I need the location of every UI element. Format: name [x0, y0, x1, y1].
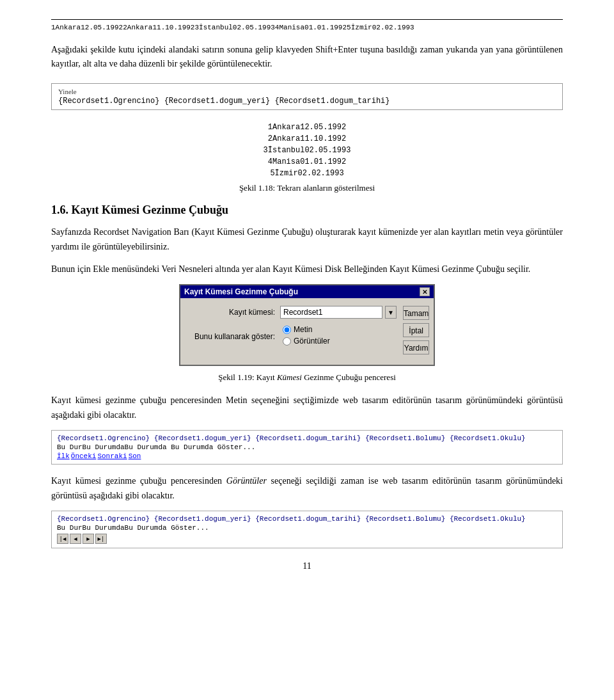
yardim-button[interactable]: Yardım: [403, 340, 429, 354]
nav-img-prev[interactable]: ◀: [70, 534, 81, 544]
editor-preview-1-nav-text: Bu DurBu DurumdaBu Durumda Bu Durumda Gö…: [57, 443, 557, 451]
section-number: 1.6.: [51, 203, 68, 216]
section-title: Kayıt Kümesi Gezinme Çubuğu: [72, 203, 229, 216]
nav-ilk-link[interactable]: İlk: [57, 452, 70, 460]
kayit-kumesi-label: Kayıt kümesi:: [191, 308, 280, 317]
nav-img-next[interactable]: ▶: [83, 534, 94, 544]
kayit-kumesi-input[interactable]: [280, 306, 382, 319]
yinele-box: Yinele {Recordset1.Ogrencino} {Recordset…: [51, 83, 563, 110]
section-16-heading: 1.6. Kayıt Kümesi Gezinme Çubuğu: [51, 203, 563, 217]
para-4-part1: Kayıt kümesi gezinme çubuğu penceresinde…: [51, 476, 222, 486]
para-3: Kayıt kümesi gezinme çubuğu penceresinde…: [51, 393, 563, 422]
record-line-5: 5İzmir02.02.1993: [51, 168, 563, 179]
bunu-kullanarak-label: Bunu kullanarak göster:: [191, 332, 280, 341]
kayit-kumesi-dropdown[interactable]: ▼: [385, 306, 397, 319]
figure-118-caption: Şekil 1.18: Tekrarı alanların gösterilme…: [51, 183, 563, 193]
para-1: Sayfanızda Recordset Navigation Barı (Ka…: [51, 225, 563, 254]
tamam-button[interactable]: Tamam: [403, 306, 429, 320]
yinele-content: {Recordset1.Ogrencino} {Recordset1.dogum…: [58, 97, 556, 106]
para-4: Kayıt kümesi gezinme çubuğu penceresinde…: [51, 473, 563, 503]
kayit-kumesi-row: Kayıt kümesi: ▼: [191, 306, 397, 319]
editor-preview-2: {Recordset1.Ogrencino} {Recordset1.dogum…: [51, 511, 563, 548]
para-4-italic: Görüntüler: [226, 476, 267, 486]
editor-preview-1-nav-buttons: İlk Önceki Sonraki Son: [57, 452, 557, 460]
metin-label: Metin: [294, 325, 312, 334]
dialog-titlebar: Kayıt Kümesi Gezinme Çubuğu ✕: [180, 285, 434, 298]
bunu-kullanarak-row: Bunu kullanarak göster: Metin Görüntüler: [191, 325, 397, 348]
radio-group: Metin Görüntüler: [283, 325, 330, 348]
dialog-buttons: Tamam İptal Yardım: [403, 306, 429, 354]
editor-preview-2-nav-text: Bu DurBu DurumdaBu Durumda Göster...: [57, 524, 557, 532]
editor-preview-1: {Recordset1.Ogrencino} {Recordset1.dogum…: [51, 430, 563, 465]
record-line-1: 1Ankara12.05.1992: [51, 122, 563, 133]
goruntular-radio[interactable]: [283, 337, 291, 346]
metin-radio-row: Metin: [283, 325, 330, 334]
iptal-button[interactable]: İptal: [403, 323, 429, 337]
intro-paragraph: Aşağıdaki şekilde kutu içindeki alandaki…: [51, 43, 563, 72]
editor-preview-2-fields: {Recordset1.Ogrencino} {Recordset1.dogum…: [57, 515, 557, 523]
dialog-body: Kayıt kümesi: ▼ Bunu kullanarak göster: …: [180, 298, 434, 365]
editor-preview-2-nav-images: |◀ ◀ ▶ ▶|: [57, 534, 557, 544]
figure-119-caption: Şekil 1.19: Kayıt Kümesi Gezinme Çubuğu …: [51, 372, 563, 383]
yinele-label: Yinele: [58, 88, 556, 95]
nav-sonraki-link[interactable]: Sonraki: [97, 452, 127, 460]
record-line-3: 3İstanbul02.05.1993: [51, 145, 563, 156]
dialog-wrapper: Kayıt Kümesi Gezinme Çubuğu ✕ Kayıt küme…: [51, 284, 563, 366]
goruntular-radio-row: Görüntüler: [283, 337, 330, 346]
page-number: 11: [51, 561, 563, 571]
nav-img-last[interactable]: ▶|: [95, 534, 107, 544]
metin-radio[interactable]: [283, 326, 291, 334]
editor-preview-1-fields: {Recordset1.Ogrencino} {Recordset1.dogum…: [57, 434, 557, 442]
record-line-4: 4Manisa01.01.1992: [51, 156, 563, 168]
record-line-2: 2Ankara11.10.1992: [51, 133, 563, 145]
top-line: 1Ankara12.05.19922Ankara11.10.19923İstan…: [51, 19, 563, 31]
records-block: 1Ankara12.05.1992 2Ankara11.10.1992 3İst…: [51, 122, 563, 179]
dialog-fields: Kayıt kümesi: ▼ Bunu kullanarak göster: …: [191, 306, 397, 354]
nav-onceki-link[interactable]: Önceki: [71, 452, 97, 460]
figure-119-caption-part1: Şekil 1.19: Kayıt Kümesi Gezinme Çubuğu …: [218, 372, 396, 382]
nav-son-link[interactable]: Son: [129, 452, 141, 460]
para-2: Bunun için Ekle menüsündeki Veri Nesnele…: [51, 262, 563, 276]
nav-img-first[interactable]: |◀: [57, 534, 68, 544]
top-line-text: 1Ankara12.05.19922Ankara11.10.19923İstan…: [51, 24, 414, 31]
dialog-box: Kayıt Kümesi Gezinme Çubuğu ✕ Kayıt küme…: [179, 284, 435, 366]
goruntular-label: Görüntüler: [294, 337, 330, 346]
dialog-close-button[interactable]: ✕: [420, 287, 430, 296]
dialog-title: Kayıt Kümesi Gezinme Çubuğu: [184, 287, 298, 296]
kayit-kumesi-input-wrapper: ▼: [280, 306, 397, 319]
